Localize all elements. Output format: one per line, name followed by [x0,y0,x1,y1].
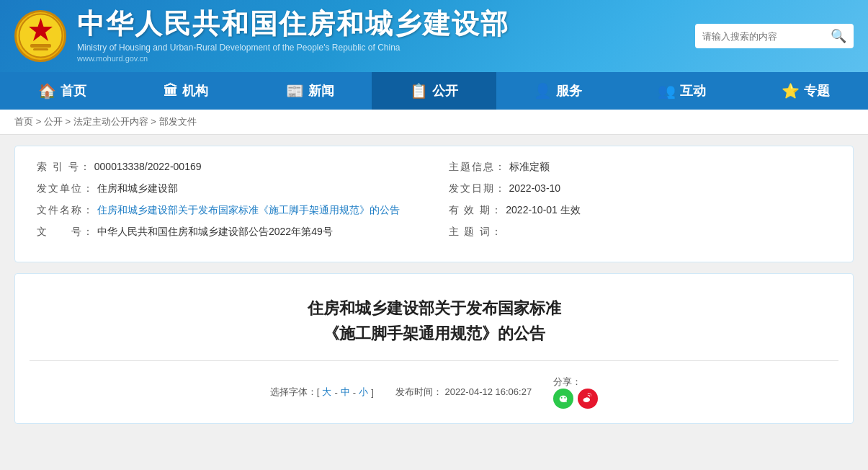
doc-effective-value: 2022-10-01 生效 [506,204,581,217]
breadcrumb-home[interactable]: 首页 [14,116,33,127]
doc-keywords-row: 主 题 词： [449,226,832,239]
article-card: 住房和城乡建设部关于发布国家标准 《施工脚手架通用规范》的公告 选择字体：[ 大… [14,273,854,424]
font-size-selector: 选择字体：[ 大 - 中 - 小 ] [270,386,374,399]
font-small-link[interactable]: 小 [359,386,368,399]
doc-index-row: 索 引 号： 000013338/2022-00169 [37,161,420,174]
doc-index-value: 000013338/2022-00169 [94,161,202,172]
nav-service-label: 服务 [556,82,582,99]
nav-bar: 🏠 首页 🏛 机构 📰 新闻 📋 公开 👤 服务 👥 互动 ⭐ 专题 [0,72,868,110]
search-input[interactable] [702,31,825,42]
doc-topic-row: 主题信息： 标准定额 [449,161,832,174]
nav-open[interactable]: 📋 公开 [372,72,496,110]
nav-topic[interactable]: ⭐ 专题 [744,72,868,110]
doc-number-row: 文 号： 中华人民共和国住房和城乡建设部公告2022年第49号 [37,226,420,239]
news-icon: 📰 [286,82,304,99]
interact-icon: 👥 [658,82,676,99]
article-title: 住房和城乡建设部关于发布国家标准 《施工脚手架通用规范》的公告 [30,296,838,346]
breadcrumb-mandatory[interactable]: 法定主动公开内容 [73,116,148,127]
svg-rect-2 [30,44,51,48]
search-box[interactable]: 🔍 [695,24,854,48]
header-left: 中华人民共和国住房和城乡建设部 Ministry of Housing and … [14,9,509,63]
article-title-line1: 住房和城乡建设部关于发布国家标准 [308,299,561,317]
doc-info-left: 索 引 号： 000013338/2022-00169 发文单位： 住房和城乡建… [37,161,420,247]
open-icon: 📋 [410,82,428,99]
article-title-line2: 《施工脚手架通用规范》的公告 [323,324,545,342]
share-section: 分享： [553,376,598,409]
breadcrumb-open[interactable]: 公开 [44,116,63,127]
font-medium-link[interactable]: 中 [341,386,350,399]
article-meta: 选择字体：[ 大 - 中 - 小 ] 发布时间： 2022-04-12 16:0… [30,376,838,409]
logo-emblem [14,10,66,62]
share-label: 分享： [553,376,581,387]
home-icon: 🏠 [38,82,56,99]
nav-home[interactable]: 🏠 首页 [0,72,124,110]
nav-home-label: 首页 [61,82,86,99]
doc-unit-value: 住房和城乡建设部 [97,182,178,195]
institution-icon: 🏛 [164,83,178,99]
breadcrumb: 首页 > 公开 > 法定主动公开内容 > 部发文件 [0,110,868,135]
doc-filename-link[interactable]: 住房和城乡建设部关于发布国家标准《施工脚手架通用规范》的公告 [97,204,400,217]
share-icons [553,389,598,409]
doc-effective-row: 有 效 期： 2022-10-01 生效 [449,204,832,217]
topic-icon: ⭐ [782,82,800,99]
main-content: 索 引 号： 000013338/2022-00169 发文单位： 住房和城乡建… [0,135,868,435]
doc-effective-label: 有 效 期： [449,204,504,217]
nav-service[interactable]: 👤 服务 [496,72,620,110]
font-large-link[interactable]: 大 [322,386,331,399]
nav-news-label: 新闻 [308,82,334,99]
font-close-bracket: ] [371,387,374,398]
service-icon: 👤 [534,82,552,99]
publish-label: 发布时间： [395,386,442,397]
publish-time: 2022-04-12 16:06:27 [444,386,532,397]
article-divider [30,360,838,361]
font-separator1: - [334,387,337,398]
doc-filename-row: 文件名称： 住房和城乡建设部关于发布国家标准《施工脚手架通用规范》的公告 [37,204,420,217]
search-button[interactable]: 🔍 [831,28,846,44]
doc-date-value: 2022-03-10 [509,182,561,194]
weibo-share-button[interactable] [578,389,598,409]
svg-rect-3 [33,48,48,50]
font-separator2: - [353,387,356,398]
header-cn-title: 中华人民共和国住房和城乡建设部 [77,9,509,40]
header-url: www.mohurd.gov.cn [77,54,509,63]
doc-unit-label: 发文单位： [37,182,94,195]
doc-unit-row: 发文单位： 住房和城乡建设部 [37,182,420,195]
doc-keywords-label: 主 题 词： [449,226,504,239]
nav-open-label: 公开 [432,82,458,99]
doc-filename-label: 文件名称： [37,204,94,217]
wechat-share-button[interactable] [553,389,573,409]
doc-topic-value: 标准定额 [509,161,550,174]
nav-news[interactable]: 📰 新闻 [248,72,372,110]
publish-info: 发布时间： 2022-04-12 16:06:27 [395,386,532,399]
page-header: 中华人民共和国住房和城乡建设部 Ministry of Housing and … [0,0,868,72]
doc-number-value: 中华人民共和国住房和城乡建设部公告2022年第49号 [97,226,333,239]
doc-info-card: 索 引 号： 000013338/2022-00169 发文单位： 住房和城乡建… [14,146,854,262]
nav-topic-label: 专题 [804,82,830,99]
nav-institution-label: 机构 [182,82,208,99]
doc-index-label: 索 引 号： [37,161,91,174]
font-size-label: 选择字体：[ [270,386,320,399]
header-title-block: 中华人民共和国住房和城乡建设部 Ministry of Housing and … [77,9,509,63]
doc-number-label: 文 号： [37,226,94,239]
doc-info-right: 主题信息： 标准定额 发文日期： 2022-03-10 有 效 期： 2022-… [449,161,832,247]
nav-interact[interactable]: 👥 互动 [620,72,744,110]
header-en-title: Ministry of Housing and Urban-Rural Deve… [77,43,509,53]
breadcrumb-current: 部发文件 [159,116,197,127]
nav-interact-label: 互动 [680,82,706,99]
doc-date-label: 发文日期： [449,182,506,195]
doc-topic-label: 主题信息： [449,161,506,174]
doc-date-row: 发文日期： 2022-03-10 [449,182,832,195]
nav-institution[interactable]: 🏛 机构 [124,72,248,110]
